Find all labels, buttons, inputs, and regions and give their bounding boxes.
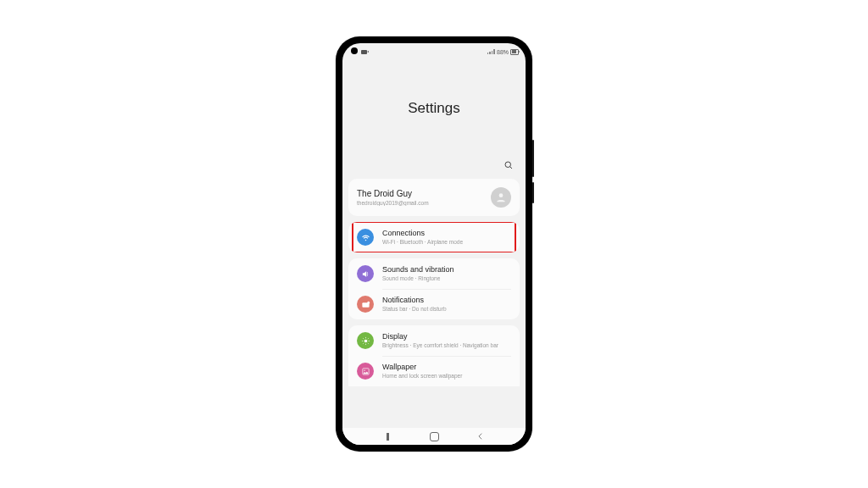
row-subtitle: Sound mode · Ringtone (382, 275, 511, 282)
row-title: Notifications (382, 296, 511, 305)
account-card[interactable]: The Droid Guy thedroidguy2019@gmail.com (348, 179, 520, 216)
battery-icon (510, 49, 519, 55)
settings-group: Connections Wi-Fi · Bluetooth · Airplane… (348, 222, 520, 252)
account-email: thedroidguy2019@gmail.com (357, 200, 482, 207)
power-button (532, 182, 534, 203)
settings-row-sounds[interactable]: Sounds and vibration Sound mode · Ringto… (348, 258, 520, 289)
row-title: Sounds and vibration (382, 265, 511, 274)
account-name: The Droid Guy (357, 189, 482, 199)
nav-recents-button[interactable] (383, 433, 392, 441)
svg-point-0 (505, 162, 511, 168)
nav-home-button[interactable] (430, 432, 439, 441)
status-bar: 88% (342, 43, 526, 58)
settings-row-display[interactable]: Display Brightness · Eye comfort shield … (348, 325, 520, 356)
wallpaper-icon (357, 363, 374, 380)
avatar (491, 187, 511, 208)
svg-line-12 (363, 342, 364, 343)
battery-percentage: 88% (497, 49, 509, 55)
row-title: Display (382, 332, 511, 341)
row-subtitle: Status bar · Do not disturb (382, 306, 511, 313)
camera-indicator-icon (361, 50, 367, 54)
wifi-icon (357, 229, 374, 246)
svg-point-4 (367, 301, 370, 303)
row-title: Connections (382, 229, 511, 238)
svg-line-13 (367, 338, 368, 339)
settings-row-wallpaper[interactable]: Wallpaper Home and lock screen wallpaper (348, 356, 520, 386)
sound-icon (357, 265, 374, 282)
row-subtitle: Wi-Fi · Bluetooth · Airplane mode (382, 239, 511, 246)
svg-line-11 (367, 342, 368, 343)
row-subtitle: Brightness · Eye comfort shield · Naviga… (382, 342, 511, 349)
page-title: Settings (408, 100, 459, 117)
phone-frame: 88% Settings (336, 36, 532, 452)
display-icon (357, 332, 374, 349)
navigation-bar (342, 428, 526, 445)
row-subtitle: Home and lock screen wallpaper (382, 373, 511, 380)
settings-header: Settings (342, 58, 526, 158)
settings-list: The Droid Guy thedroidguy2019@gmail.com (342, 179, 526, 386)
svg-point-5 (364, 339, 367, 342)
svg-point-15 (364, 369, 364, 370)
camera-hole (351, 47, 358, 54)
svg-line-1 (510, 167, 512, 169)
settings-group: Sounds and vibration Sound mode · Ringto… (348, 258, 520, 319)
nav-back-button[interactable] (476, 432, 485, 441)
svg-point-2 (499, 193, 504, 197)
screen: 88% Settings (342, 43, 526, 445)
row-title: Wallpaper (382, 363, 511, 372)
search-icon[interactable] (504, 158, 514, 174)
svg-line-10 (363, 338, 364, 339)
notifications-icon (357, 296, 374, 313)
settings-row-notifications[interactable]: Notifications Status bar · Do not distur… (348, 289, 520, 319)
settings-group: Display Brightness · Eye comfort shield … (348, 325, 520, 386)
signal-icon (487, 49, 495, 54)
settings-row-connections[interactable]: Connections Wi-Fi · Bluetooth · Airplane… (348, 222, 520, 252)
volume-button (532, 140, 534, 177)
